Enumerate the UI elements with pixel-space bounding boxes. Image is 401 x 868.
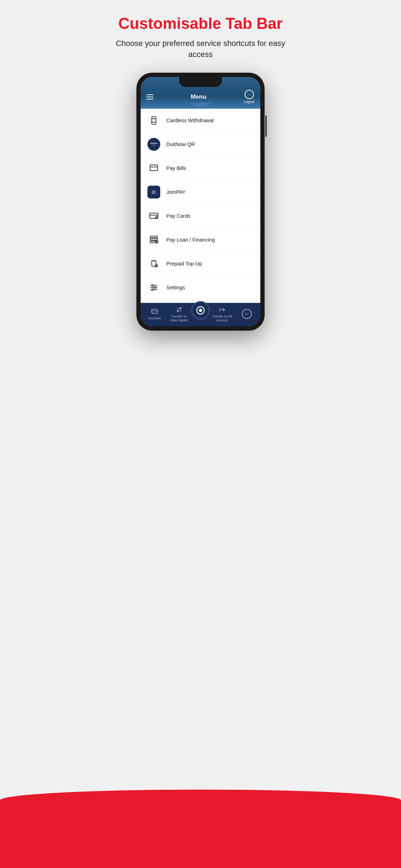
settings-icon bbox=[147, 281, 161, 294]
cardless-withdrawal-label: Cardless Withdrawal bbox=[166, 118, 214, 123]
pay-bills-icon bbox=[147, 161, 161, 175]
tab-duitnow-transfer[interactable] bbox=[191, 301, 210, 320]
duitnow-qr-label: DuitNow QR bbox=[166, 141, 195, 147]
tab-add[interactable]: − bbox=[234, 309, 259, 319]
tab-add-icon: − bbox=[242, 309, 252, 319]
phone-frame: Menu → Logout Cardless Withdrawal DuitNo… bbox=[136, 73, 265, 331]
menu-item-pay-loan[interactable]: Pay Loan / Financing bbox=[141, 228, 260, 252]
svg-rect-9 bbox=[150, 239, 158, 241]
jompay-icon: jomPAY bbox=[147, 185, 161, 199]
phone-screen: Menu → Logout Cardless Withdrawal DuitNo… bbox=[141, 77, 260, 326]
jompay-label: JomPAY bbox=[166, 189, 186, 195]
pay-loan-label: Pay Loan / Financing bbox=[166, 237, 215, 243]
pay-cards-icon bbox=[147, 209, 161, 223]
svg-point-24 bbox=[152, 289, 153, 291]
svg-point-22 bbox=[152, 285, 153, 286]
pay-bills-label: Pay Bills bbox=[166, 165, 186, 171]
settings-label: Settings bbox=[166, 285, 185, 290]
prepaid-topup-icon bbox=[147, 257, 161, 270]
tab-transfer-pb-label: Transfer to PBAccount bbox=[212, 315, 233, 322]
menu-item-jompay[interactable]: jomPAY JomPAY bbox=[141, 180, 260, 204]
svg-rect-28 bbox=[151, 309, 157, 314]
page-title: Customisable Tab Bar bbox=[115, 14, 286, 33]
tab-accounts[interactable]: Accounts bbox=[142, 308, 167, 320]
svg-point-23 bbox=[154, 287, 156, 289]
tab-bar: Accounts Transfer toOther Banks Transfer… bbox=[141, 303, 260, 327]
hamburger-menu-icon[interactable] bbox=[146, 94, 153, 99]
header-title: Menu bbox=[191, 93, 207, 100]
menu-list: Cardless Withdrawal DuitNow QR DuitNow Q… bbox=[141, 109, 260, 303]
menu-item-pay-cards[interactable]: Pay Cards bbox=[141, 204, 260, 228]
prepaid-topup-label: Prepaid Top-Up bbox=[166, 261, 202, 267]
menu-item-settings[interactable]: Settings bbox=[141, 276, 260, 300]
menu-item-duitnow-qr[interactable]: DuitNow QR DuitNow QR bbox=[141, 133, 260, 156]
svg-rect-3 bbox=[150, 165, 158, 171]
cardless-withdrawal-icon bbox=[147, 114, 161, 127]
menu-item-pay-bills[interactable]: Pay Bills bbox=[141, 156, 260, 180]
svg-rect-0 bbox=[152, 117, 156, 124]
menu-item-prepaid-topup[interactable]: Prepaid Top-Up bbox=[141, 252, 260, 276]
pay-loan-icon bbox=[147, 233, 161, 247]
tab-transfer-other-banks-label: Transfer toOther Banks bbox=[170, 315, 188, 322]
duitnow-qr-icon: DuitNow QR bbox=[147, 138, 161, 151]
logout-button[interactable]: → Logout bbox=[244, 90, 255, 104]
page-subtitle: Choose your preferred service shortcuts … bbox=[115, 38, 286, 60]
tab-transfer-pb[interactable]: Transfer to PBAccount bbox=[210, 306, 234, 322]
phone-notch bbox=[179, 77, 222, 87]
svg-point-34 bbox=[199, 309, 202, 312]
pay-cards-label: Pay Cards bbox=[166, 213, 191, 219]
logout-icon: → bbox=[245, 90, 254, 99]
svg-point-7 bbox=[156, 217, 157, 218]
tab-accounts-label: Accounts bbox=[148, 316, 161, 320]
tab-transfer-other-banks[interactable]: Transfer toOther Banks bbox=[167, 306, 191, 322]
menu-item-cardless-withdrawal[interactable]: Cardless Withdrawal bbox=[141, 109, 260, 133]
svg-rect-8 bbox=[150, 236, 158, 238]
